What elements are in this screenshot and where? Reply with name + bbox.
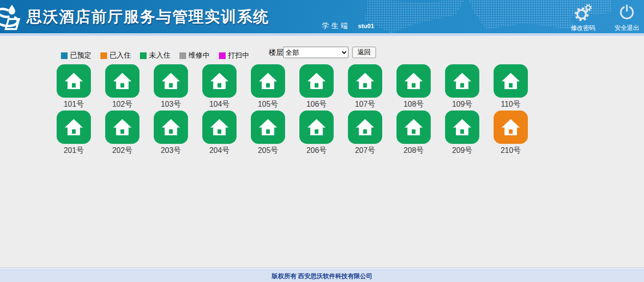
room-tile[interactable] — [154, 64, 188, 98]
room-tile[interactable] — [299, 64, 334, 98]
room-grid: 101号102号103号104号105号106号107号108号109号110号… — [57, 64, 528, 157]
legend-label: 已入住 — [109, 51, 131, 60]
room-number-label: 109号 — [445, 100, 479, 110]
room-number-label: 107号 — [348, 100, 382, 110]
room-number-label: 110号 — [494, 100, 528, 110]
room-cell: 203号 — [154, 111, 188, 156]
room-number-label: 210号 — [494, 146, 528, 156]
house-icon — [161, 72, 181, 90]
logout-label: 安全退出 — [610, 24, 644, 32]
room-cell: 204号 — [202, 111, 237, 156]
main-content: 已预定已入住未入住维修中打扫中 楼层 全部 返回 101号102号103号104… — [0, 36, 644, 268]
house-icon — [64, 118, 84, 136]
copyright-text: 版权所有 西安思沃软件科技有限公司 — [272, 272, 373, 281]
legend-color-swatch — [219, 52, 226, 59]
legend-item: 维修中 — [179, 51, 210, 60]
room-number-label: 209号 — [445, 146, 479, 156]
house-icon — [307, 118, 327, 136]
room-number-label: 102号 — [105, 100, 139, 110]
room-cell: 207号 — [348, 111, 382, 156]
house-icon — [209, 118, 229, 136]
room-number-label: 104号 — [202, 100, 237, 110]
room-tile[interactable] — [154, 111, 188, 144]
room-tile[interactable] — [57, 64, 91, 98]
legend-item: 已预定 — [61, 51, 91, 60]
room-number-label: 207号 — [348, 146, 382, 156]
house-icon — [501, 118, 521, 136]
room-tile[interactable] — [445, 111, 479, 144]
room-tile[interactable] — [202, 64, 237, 98]
room-cell: 209号 — [445, 111, 479, 156]
room-tile[interactable] — [396, 64, 431, 98]
room-row: 101号102号103号104号105号106号107号108号109号110号 — [57, 64, 528, 110]
house-icon — [112, 72, 132, 90]
room-row: 201号202号203号204号205号206号207号208号209号210号 — [57, 111, 528, 156]
room-tile[interactable] — [494, 64, 528, 98]
room-tile[interactable] — [299, 111, 334, 144]
room-number-label: 106号 — [299, 100, 334, 110]
room-cell: 108号 — [396, 64, 431, 110]
legend-item: 已入住 — [100, 51, 131, 60]
room-tile[interactable] — [202, 111, 237, 144]
house-icon — [307, 72, 327, 90]
room-cell: 110号 — [494, 64, 528, 110]
house-icon — [355, 72, 375, 90]
room-cell: 109号 — [445, 64, 479, 110]
back-button[interactable]: 返回 — [352, 47, 376, 58]
room-tile[interactable] — [348, 64, 382, 98]
room-number-label: 103号 — [154, 100, 188, 110]
room-cell: 105号 — [251, 64, 285, 110]
room-cell: 102号 — [105, 64, 139, 110]
legend-color-swatch — [140, 52, 147, 59]
footer-bar: 版权所有 西安思沃软件科技有限公司 — [0, 270, 644, 282]
room-tile[interactable] — [251, 64, 285, 98]
room-number-label: 203号 — [154, 146, 188, 156]
room-tile[interactable] — [445, 64, 479, 98]
room-number-label: 201号 — [57, 146, 91, 156]
house-icon — [258, 72, 278, 90]
legend-item: 打扫中 — [219, 51, 249, 60]
room-tile[interactable] — [57, 111, 91, 144]
room-tile[interactable] — [105, 64, 139, 98]
room-number-label: 202号 — [105, 146, 139, 156]
world-map-dots — [359, 0, 464, 33]
room-cell: 104号 — [202, 64, 237, 110]
room-tile[interactable] — [396, 111, 431, 144]
room-cell: 206号 — [299, 111, 334, 156]
room-tile[interactable] — [251, 111, 285, 144]
room-cell: 205号 — [251, 111, 285, 156]
change-password-button[interactable]: 修改密码 — [566, 4, 600, 32]
logout-button[interactable]: 安全退出 — [610, 4, 644, 32]
house-icon — [404, 118, 424, 136]
room-number-label: 208号 — [396, 146, 431, 156]
house-icon — [452, 118, 472, 136]
username-label: stu01 — [358, 22, 374, 30]
floor-select[interactable]: 全部 — [283, 47, 348, 58]
app-logo — [0, 3, 26, 31]
legend-item: 未入住 — [140, 51, 170, 60]
floor-filter-bar: 楼层 全部 返回 — [269, 47, 376, 58]
change-password-label: 修改密码 — [566, 24, 600, 32]
room-cell: 101号 — [57, 64, 91, 110]
house-icon — [161, 118, 181, 136]
power-icon — [618, 4, 635, 21]
gear-icon — [574, 4, 593, 21]
room-cell: 201号 — [57, 111, 91, 156]
room-tile[interactable] — [105, 111, 139, 144]
legend-label: 已预定 — [70, 51, 91, 60]
role-label: 学生端 — [322, 21, 350, 30]
floor-label: 楼层 — [269, 48, 283, 57]
room-number-label: 206号 — [299, 146, 334, 156]
legend-color-swatch — [100, 52, 107, 59]
room-cell: 210号 — [494, 111, 528, 156]
room-number-label: 205号 — [251, 146, 285, 156]
house-icon — [209, 72, 229, 90]
room-tile[interactable] — [348, 111, 382, 144]
legend-color-swatch — [61, 52, 68, 59]
room-tile[interactable] — [494, 111, 528, 144]
house-icon — [501, 72, 521, 90]
room-number-label: 108号 — [396, 100, 431, 110]
room-number-label: 105号 — [251, 100, 285, 110]
room-status-legend: 已预定已入住未入住维修中打扫中 — [61, 51, 249, 60]
app-window: 思沃酒店前厅服务与管理实训系统 学生端 stu01 修改密码 安全退出 已预定已… — [0, 0, 644, 282]
